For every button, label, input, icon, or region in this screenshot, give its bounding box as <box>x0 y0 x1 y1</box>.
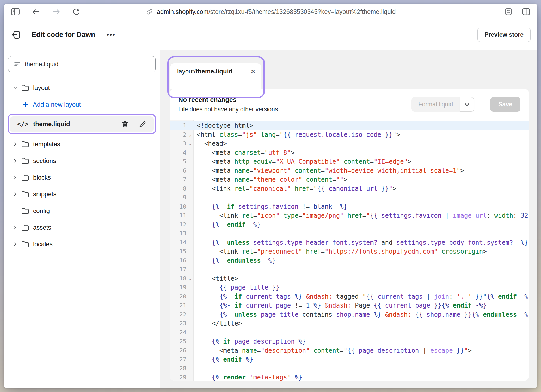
sidebar-item-locales[interactable]: locales <box>4 236 160 253</box>
sidebar: layoutAdd a new layout</>theme.liquidtem… <box>4 50 160 388</box>
add-layout-button[interactable]: Add a new layout <box>4 96 160 113</box>
code-line-1[interactable]: 1<!doctype html> <box>170 121 529 130</box>
format-liquid-button[interactable]: Format liquid <box>411 97 460 112</box>
code-line-25[interactable]: 25 {% if page_description %} <box>170 337 529 346</box>
split-view-icon <box>522 8 531 16</box>
version-status-subtitle: File does not have any other versions <box>178 106 411 113</box>
code-line-5[interactable]: 5 <meta http-equiv="X-UA-Compatible" con… <box>170 157 529 166</box>
sidebar-item-snippets[interactable]: snippets <box>4 186 160 203</box>
code-file-icon: </> <box>17 120 28 128</box>
line-number: 26 <box>170 346 186 355</box>
sidebar-item-config[interactable]: config <box>4 203 160 219</box>
code-line-13[interactable]: 13 <box>170 229 529 238</box>
code-line-22[interactable]: 22 {%- unless page_title contains shop.n… <box>170 310 529 319</box>
sidebar-item-templates[interactable]: templates <box>4 136 160 152</box>
code-line-19[interactable]: 19 {{ page_title }} <box>170 283 529 292</box>
code-line-11[interactable]: 11 <link rel="icon" type="image/png" hre… <box>170 211 529 220</box>
code-line-21[interactable]: 21 {%- if current_page != 1 %} &ndash; P… <box>170 301 529 310</box>
url-bar[interactable]: admin.shopify.com/store/rzq1xu-f5/themes… <box>146 4 396 20</box>
line-number: 9 <box>170 193 186 202</box>
sidebar-item-sections[interactable]: sections <box>4 152 160 169</box>
code-line-14[interactable]: 14 {%- unless settings.type_header_font.… <box>170 238 529 247</box>
line-number: 27 <box>170 355 186 364</box>
line-number: 4 <box>170 148 186 157</box>
split-view-button[interactable] <box>522 8 531 16</box>
code-line-28[interactable]: 28 <box>170 364 529 373</box>
forward-button[interactable] <box>52 8 61 16</box>
folder-label: templates <box>33 140 60 148</box>
code-line-24[interactable]: 24 <box>170 328 529 337</box>
url-text: admin.shopify.com/store/rzq1xu-f5/themes… <box>157 8 396 15</box>
code-editor[interactable]: 1<!doctype html>2⌄<html class="js" lang=… <box>170 120 529 381</box>
code-text: {{ page_title }} <box>194 283 529 292</box>
code-line-9[interactable]: 9 <box>170 193 529 202</box>
fold-chevron-icon[interactable]: ⌄ <box>186 130 194 139</box>
code-line-26[interactable]: 26 <meta name="description" content="{{ … <box>170 346 529 355</box>
sidebar-item-blocks[interactable]: blocks <box>4 169 160 186</box>
format-liquid-dropdown-button[interactable] <box>460 97 474 112</box>
folder-label: assets <box>33 224 51 231</box>
exit-editor-button[interactable] <box>11 29 21 40</box>
code-line-4[interactable]: 4 <meta charset="utf-8"> <box>170 148 529 157</box>
link-icon <box>146 8 153 16</box>
chevron-down-icon <box>13 85 18 90</box>
close-icon: ✕ <box>250 68 256 75</box>
fold-chevron-icon[interactable]: ⌄ <box>186 274 194 283</box>
line-number: 2 <box>170 130 186 139</box>
code-line-17[interactable]: 17 <box>170 265 529 274</box>
chevron-right-icon <box>13 242 18 247</box>
fold-gutter <box>186 247 194 256</box>
line-number: 1 <box>170 121 186 130</box>
sidebar-toggle-icon <box>11 8 20 16</box>
code-text <box>194 229 529 238</box>
code-text: <meta name="theme-color" content=""> <box>194 175 529 184</box>
code-line-10[interactable]: 10 {%- if settings.favicon != blank -%} <box>170 202 529 211</box>
line-number: 15 <box>170 247 186 256</box>
fold-gutter <box>186 175 194 184</box>
file-item-theme-liquid[interactable]: </>theme.liquid <box>10 116 154 132</box>
code-line-3[interactable]: 3⌄ <head> <box>170 139 529 148</box>
editor-tab-theme-liquid[interactable]: layout/theme.liquid ✕ <box>170 63 261 89</box>
code-line-16[interactable]: 16 {%- endunless -%} <box>170 256 529 265</box>
code-line-27[interactable]: 27 {% endif %} <box>170 355 529 364</box>
folder-icon <box>21 207 29 215</box>
code-line-15[interactable]: 15 <link rel="preconnect" href="https://… <box>170 247 529 256</box>
code-line-6[interactable]: 6 <meta name="viewport" content="width=d… <box>170 166 529 175</box>
code-line-18[interactable]: 18⌄ <title> <box>170 274 529 283</box>
page-settings-icon <box>504 7 513 16</box>
line-number: 7 <box>170 175 186 184</box>
more-options-button[interactable]: ••• <box>107 31 116 38</box>
file-search-box[interactable] <box>8 56 156 72</box>
chevron-right-icon <box>13 158 18 163</box>
back-button[interactable] <box>32 8 40 16</box>
save-button[interactable]: Save <box>490 97 520 112</box>
code-line-2[interactable]: 2⌄<html class="js" lang="{{ request.loca… <box>170 130 529 139</box>
reload-icon <box>72 8 81 16</box>
code-line-7[interactable]: 7 <meta name="theme-color" content=""> <box>170 175 529 184</box>
file-search-input[interactable] <box>25 60 150 68</box>
close-tab-button[interactable]: ✕ <box>250 68 256 76</box>
fold-chevron-icon[interactable]: ⌄ <box>186 139 194 148</box>
code-text: <html class="js" lang="{{ request.locale… <box>194 130 529 139</box>
fold-gutter <box>186 328 194 337</box>
fold-gutter <box>186 166 194 175</box>
preview-store-button[interactable]: Preview store <box>477 28 531 42</box>
rename-file-button[interactable] <box>139 120 146 128</box>
page-settings-button[interactable] <box>504 7 513 16</box>
sidebar-item-layout[interactable]: layout <box>4 79 160 96</box>
code-text: <meta name="viewport" content="width=dev… <box>194 166 529 175</box>
code-line-23[interactable]: 23 </title> <box>170 319 529 328</box>
code-line-20[interactable]: 20 {%- if current_tags %} &ndash; tagged… <box>170 292 529 301</box>
code-text <box>194 193 529 202</box>
page-title: Edit code for Dawn <box>32 31 95 39</box>
code-text: {%- endunless -%} <box>194 256 529 265</box>
code-line-8[interactable]: 8 <link rel="canonical" href="{{ canonic… <box>170 184 529 193</box>
delete-file-button[interactable] <box>121 120 129 128</box>
line-number: 16 <box>170 256 186 265</box>
code-line-12[interactable]: 12 {%- endif -%} <box>170 220 529 229</box>
back-arrow-icon <box>32 8 40 16</box>
sidebar-toggle-button[interactable] <box>11 8 20 16</box>
code-line-29[interactable]: 29 {% render 'meta-tags' %} <box>170 373 529 381</box>
sidebar-item-assets[interactable]: assets <box>4 219 160 236</box>
reload-button[interactable] <box>72 8 81 16</box>
